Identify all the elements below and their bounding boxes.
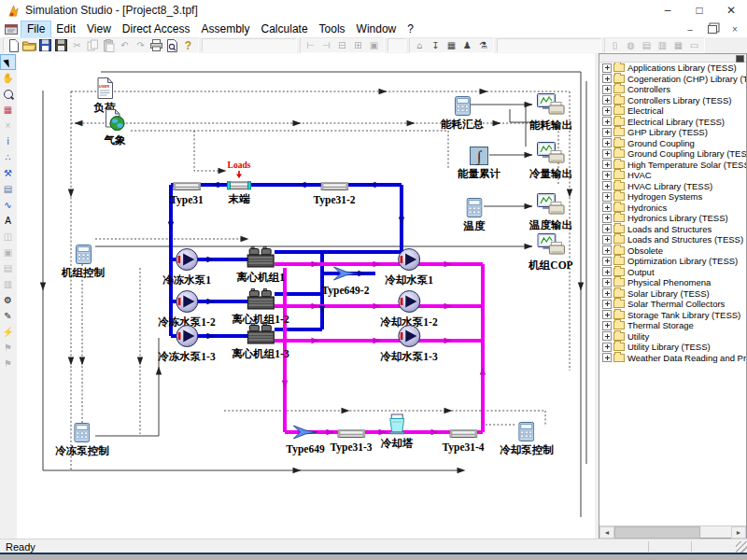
expand-icon[interactable] — [602, 117, 612, 126]
component-chiller-1-2[interactable]: 离心机组1-2 — [232, 288, 289, 326]
probe-tool[interactable]: ∴ — [1, 150, 15, 164]
menu-item-direct-access[interactable]: Direct Access — [117, 21, 196, 37]
tree-item-output[interactable]: Output — [599, 267, 746, 278]
component-cw-pump-1[interactable]: 冷却水泵1 — [385, 247, 433, 287]
redo-button[interactable]: ↷ — [133, 39, 148, 52]
component-pipe-type31-3[interactable]: Type31-3 — [330, 427, 372, 454]
component-chw-pump-control[interactable]: 冷冻泵控制 — [55, 423, 109, 457]
expand-icon[interactable] — [602, 267, 612, 276]
delete-tool[interactable]: × — [1, 119, 15, 133]
palette-tool[interactable]: ▦ — [1, 103, 15, 117]
stamp-tool[interactable]: ▤ — [1, 182, 15, 196]
expand-icon[interactable] — [602, 257, 612, 266]
expand-icon[interactable] — [602, 181, 612, 190]
menu-item-view[interactable]: View — [81, 21, 117, 37]
component-weather-reader[interactable]: 气象 — [104, 109, 126, 147]
diagram-canvas[interactable]: USER负荷气象Type31Loads末端Type31-2机组控制冷冻水泵1冷冻… — [17, 53, 596, 539]
tree-item-electrical[interactable]: Electrical — [599, 105, 746, 117]
component-temperature-output[interactable]: 温度输出 — [529, 193, 572, 231]
tree-item-cogeneration-chp-library-tess[interactable]: Cogeneration (CHP) Library (TESS) — [599, 74, 746, 85]
curve-tool[interactable]: ∿ — [1, 198, 15, 212]
menu-item-edit[interactable]: Edit — [50, 21, 81, 37]
tree-item-loads-and-structures-tess[interactable]: Loads and Structures (TESS) — [599, 234, 746, 245]
component-cw-pump-1-3[interactable]: 冷却水泵1-3 — [380, 324, 437, 363]
layout-2-tool[interactable]: ▣ — [1, 245, 15, 259]
tree-item-hvac-library-tess[interactable]: HVAC Library (TESS) — [599, 181, 746, 192]
component-chw-pump-1-3[interactable]: 冷冻水泵1-3 — [158, 324, 215, 363]
scroll-left-button[interactable]: ◄ — [599, 526, 614, 539]
tree-item-utility-library-tess[interactable]: Utility Library (TESS) — [599, 342, 746, 353]
tree-close-button[interactable] — [736, 55, 744, 63]
tree-item-controllers-library-tess[interactable]: Controllers Library (TESS) — [599, 95, 746, 106]
menu-item-window[interactable]: Window — [351, 21, 402, 37]
component-diverter-type649-2[interactable]: Type649-2 — [322, 265, 370, 297]
component-cw-pump-1-2[interactable]: 冷却水泵1-2 — [380, 289, 437, 329]
menu-item-assembly[interactable]: Assembly — [196, 21, 256, 37]
menu-item-tools[interactable]: Tools — [314, 21, 351, 37]
hierarchy-button[interactable]: ⌂ — [412, 39, 428, 52]
tree-item-utility[interactable]: Utility — [599, 331, 746, 343]
expand-icon[interactable] — [602, 74, 612, 83]
align-horizontal-button[interactable]: ⊢ — [303, 39, 318, 52]
wizard-button[interactable]: ⚗ — [475, 39, 491, 52]
tree-item-hvac[interactable]: HVAC — [599, 170, 746, 181]
expand-icon[interactable] — [602, 214, 612, 223]
tree-item-electrical-library-tess[interactable]: Electrical Library (TESS) — [599, 117, 746, 128]
expand-icon[interactable] — [602, 300, 612, 309]
component-temperature-calc[interactable]: 温度 — [464, 198, 486, 232]
maximize-button[interactable]: □ — [684, 0, 715, 21]
component-chw-pump-1[interactable]: 冷冻水泵1 — [162, 247, 211, 287]
tree-item-ground-coupling[interactable]: Ground Coupling — [599, 138, 746, 149]
tree-item-solar-thermal-collectors[interactable]: Solar Thermal Collectors — [599, 299, 746, 310]
menu-item-calculate[interactable]: Calculate — [256, 21, 314, 37]
tree-item-hydrogen-systems[interactable]: Hydrogen Systems — [599, 191, 746, 203]
help-button[interactable]: ? — [180, 39, 196, 52]
download-button[interactable]: ↧ — [428, 39, 444, 52]
paste-button[interactable] — [101, 39, 117, 52]
component-button[interactable]: ♟ — [459, 39, 475, 52]
tree-item-thermal-storage[interactable]: Thermal Storage — [599, 320, 746, 331]
flag-a-tool[interactable]: ⚑ — [1, 341, 15, 355]
undo-button[interactable]: ↶ — [117, 39, 133, 52]
layout-3-tool[interactable]: ▤ — [1, 261, 15, 275]
mdi-close-button[interactable]: × — [728, 24, 741, 35]
report-button[interactable]: ▥ — [655, 39, 670, 52]
spreadsheet-button[interactable]: ▦ — [444, 39, 459, 52]
wrench-tool[interactable]: ⚒ — [1, 166, 15, 180]
open-button[interactable] — [21, 39, 37, 52]
expand-icon[interactable] — [602, 331, 612, 341]
expand-icon[interactable] — [602, 149, 612, 159]
expand-icon[interactable] — [602, 224, 612, 233]
new-button[interactable] — [6, 39, 21, 52]
component-cw-pump-control[interactable]: 冷却泵控制 — [500, 422, 554, 456]
expand-icon[interactable] — [602, 85, 612, 94]
expand-icon[interactable] — [602, 288, 612, 298]
tree-item-weather-data-reading-and-process[interactable]: Weather Data Reading and Process — [599, 353, 746, 364]
window-new-button[interactable]: ▯ — [607, 39, 623, 52]
expand-icon[interactable] — [602, 160, 612, 169]
component-pipe-type31[interactable]: Type31 — [170, 179, 204, 206]
mdi-minimize-button[interactable]: – — [684, 24, 697, 35]
same-width-button[interactable]: ⊟ — [334, 39, 350, 52]
component-chiller-1[interactable]: 离心机组1 — [236, 246, 285, 284]
expand-icon[interactable] — [602, 310, 612, 319]
save-button[interactable] — [37, 39, 53, 52]
component-chw-pump-1-2[interactable]: 冷冻水泵1-2 — [158, 289, 215, 329]
tree-item-hydronics[interactable]: Hydronics — [599, 203, 746, 214]
component-terminal-unit[interactable]: Loads末端 — [227, 161, 251, 204]
select-tool[interactable] — [1, 55, 15, 69]
zoom-tool[interactable] — [1, 87, 15, 101]
save-project-button[interactable] — [53, 39, 69, 52]
expand-icon[interactable] — [602, 235, 612, 245]
resize-grip[interactable] — [736, 541, 747, 553]
scroll-track[interactable] — [614, 526, 731, 538]
export-button[interactable]: ▦ — [670, 39, 686, 52]
menu-item-help[interactable]: ? — [402, 21, 419, 37]
tree-item-ghp-library-tess[interactable]: GHP Library (TESS) — [599, 127, 746, 138]
expand-icon[interactable] — [602, 171, 612, 180]
tree-item-physical-phenomena[interactable]: Physical Phenomena — [599, 277, 746, 288]
log-button[interactable]: ▤ — [639, 39, 655, 52]
tree-item-optimization-library-tess[interactable]: Optimization Library (TESS) — [599, 256, 746, 267]
info-tool[interactable]: i — [1, 134, 15, 148]
component-pipe-type31-2[interactable]: Type31-2 — [313, 179, 355, 206]
